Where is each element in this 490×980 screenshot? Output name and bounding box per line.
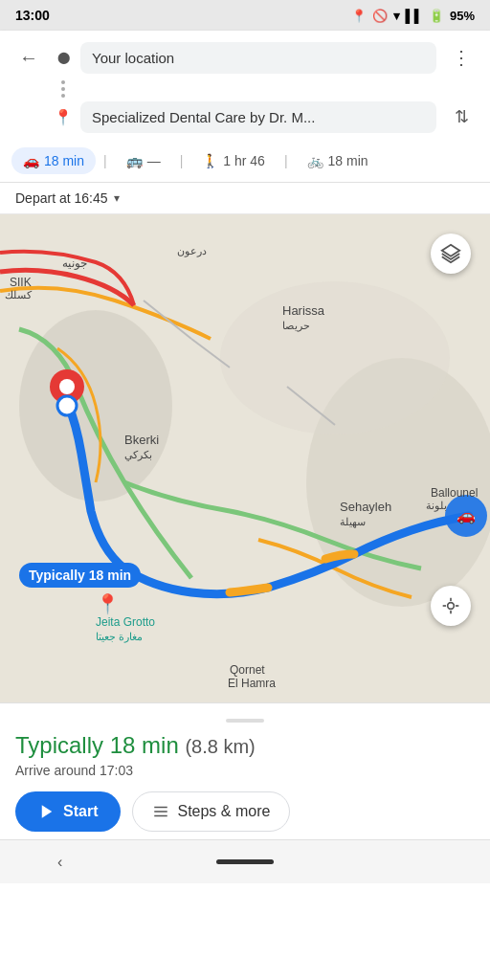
signal-icon: ▌▌ bbox=[406, 9, 423, 23]
jeita-grotto-pin: 📍 bbox=[96, 592, 120, 615]
chevron-down-icon: ▾ bbox=[114, 191, 120, 205]
steps-label: Steps & more bbox=[177, 803, 270, 820]
bike-icon: 🚲 bbox=[307, 153, 323, 168]
time: 13:00 bbox=[15, 8, 50, 23]
destination-input[interactable] bbox=[80, 101, 436, 133]
transit-icon: 🚌 bbox=[126, 153, 143, 168]
svg-text:كسلك: كسلك bbox=[5, 289, 33, 301]
back-arrow-icon: ← bbox=[19, 47, 38, 69]
swap-icon: ⇅ bbox=[455, 106, 469, 127]
dest-input-row: 📍 ⇅ bbox=[11, 100, 479, 134]
svg-text:سهيلة: سهيلة bbox=[340, 516, 366, 528]
route-title: Typically 18 min (8.8 km) bbox=[15, 732, 475, 759]
svg-text:Jeita Grotto: Jeita Grotto bbox=[96, 615, 155, 629]
depart-label: Depart at 16:45 bbox=[15, 190, 108, 206]
walk-icon: 🚶 bbox=[202, 153, 218, 168]
car-label: 18 min bbox=[44, 153, 84, 168]
transport-bike[interactable]: 🚲 18 min bbox=[296, 147, 380, 174]
wifi-icon: ▾ bbox=[393, 9, 400, 23]
typically-badge: Typically 18 min bbox=[19, 563, 141, 588]
bottom-panel: Typically 18 min (8.8 km) Arrive around … bbox=[0, 702, 490, 839]
svg-text:🚗: 🚗 bbox=[457, 506, 476, 524]
battery-percent: 95% bbox=[450, 9, 475, 23]
svg-point-10 bbox=[59, 379, 75, 394]
svg-text:SIIK: SIIK bbox=[10, 276, 32, 289]
svg-marker-34 bbox=[42, 805, 53, 818]
svg-text:جونيه: جونيه bbox=[62, 256, 87, 270]
location-status-icon: 📍 bbox=[351, 9, 367, 23]
more-button[interactable]: ⋮ bbox=[444, 40, 479, 75]
swap-button[interactable]: ⇅ bbox=[444, 100, 479, 134]
depart-row[interactable]: Depart at 16:45 ▾ bbox=[0, 183, 490, 214]
transport-transit[interactable]: 🚌 — bbox=[115, 147, 172, 174]
transport-walk[interactable]: 🚶 1 hr 46 bbox=[190, 147, 277, 174]
block-icon: 🚫 bbox=[372, 9, 388, 23]
transport-divider-3: | bbox=[284, 153, 288, 168]
svg-text:درعون: درعون bbox=[177, 245, 207, 257]
svg-point-2 bbox=[220, 281, 450, 434]
origin-row: ← ⬤ ⋮ bbox=[11, 40, 479, 75]
start-button[interactable]: Start bbox=[15, 791, 121, 832]
home-indicator bbox=[216, 859, 274, 864]
origin-dot-icon: ⬤ bbox=[54, 48, 73, 67]
destination-row bbox=[11, 78, 479, 100]
svg-text:Ballounel: Ballounel bbox=[431, 486, 478, 500]
svg-point-29 bbox=[448, 603, 455, 610]
start-label: Start bbox=[63, 803, 98, 820]
svg-text:بلونة: بلونة bbox=[426, 500, 447, 512]
svg-text:Sehayleh: Sehayleh bbox=[340, 500, 391, 514]
back-button[interactable]: ← bbox=[11, 40, 46, 75]
location-button[interactable] bbox=[431, 586, 471, 626]
action-row: Start Steps & more bbox=[15, 791, 475, 832]
svg-text:بكركي: بكركي bbox=[124, 449, 152, 461]
header: ← ⬤ ⋮ 📍 ⇅ bbox=[0, 31, 490, 140]
back-nav-button[interactable]: ‹ bbox=[57, 854, 62, 871]
map-svg: 🚗 Harissa حريصا Bkerki بكركي Sehayleh سه… bbox=[0, 214, 490, 702]
svg-text:Qornet: Qornet bbox=[230, 663, 265, 677]
bottom-nav: ‹ bbox=[0, 839, 490, 883]
svg-text:Harissa: Harissa bbox=[282, 303, 325, 318]
walk-label: 1 hr 46 bbox=[223, 153, 265, 168]
status-bar: 13:00 📍 🚫 ▾ ▌▌ 🔋 95% bbox=[0, 0, 490, 31]
transport-divider-1: | bbox=[103, 153, 107, 168]
arrival-text: Arrive around 17:03 bbox=[15, 763, 475, 778]
transport-bar: 🚗 18 min | 🚌 — | 🚶 1 hr 46 | 🚲 18 min bbox=[0, 140, 490, 183]
svg-text:حريصا: حريصا bbox=[282, 320, 310, 332]
car-icon: 🚗 bbox=[23, 153, 39, 168]
destination-pin-icon: 📍 bbox=[54, 107, 73, 126]
transport-divider-2: | bbox=[180, 153, 184, 168]
map-container[interactable]: 🚗 Harissa حريصا Bkerki بكركي Sehayleh سه… bbox=[0, 214, 490, 702]
svg-text:El Hamra: El Hamra bbox=[228, 677, 276, 690]
route-dots bbox=[54, 78, 73, 100]
transit-label: — bbox=[147, 153, 161, 168]
transport-car[interactable]: 🚗 18 min bbox=[11, 147, 96, 174]
route-distance: (8.8 km) bbox=[185, 736, 255, 757]
bike-label: 18 min bbox=[328, 153, 368, 168]
status-icons: 📍 🚫 ▾ ▌▌ 🔋 95% bbox=[351, 9, 475, 23]
svg-text:Bkerki: Bkerki bbox=[124, 433, 159, 447]
layer-button[interactable] bbox=[431, 234, 471, 274]
steps-more-button[interactable]: Steps & more bbox=[132, 791, 290, 832]
origin-input[interactable] bbox=[80, 42, 436, 74]
battery-icon: 🔋 bbox=[429, 9, 444, 23]
svg-point-11 bbox=[57, 396, 77, 415]
svg-text:مغارة جعيتا: مغارة جعيتا bbox=[96, 631, 143, 643]
more-icon: ⋮ bbox=[452, 46, 471, 69]
route-time: Typically 18 min bbox=[15, 732, 179, 758]
